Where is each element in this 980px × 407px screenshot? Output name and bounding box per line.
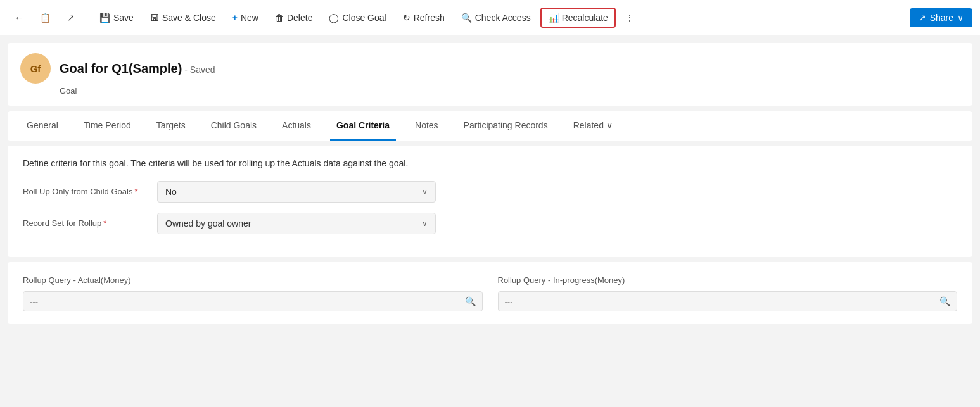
tabs-container: General Time Period Targets Child Goals … [8,111,972,141]
tab-actuals[interactable]: Actuals [276,111,317,141]
popout-button[interactable]: ↗ [60,8,82,27]
related-label: Related [573,120,604,130]
close-goal-button[interactable]: ◯ Close Goal [322,8,393,27]
save-icon: 💾 [99,13,110,23]
record-title: Goal for Q1(Sample) [60,61,182,75]
more-icon: ⋮ [625,13,634,23]
record-saved-status: - Saved [184,65,215,75]
rollup-item-actual: Rollup Query - Actual(Money) --- 🔍 [23,275,483,311]
section-description: Define criteria for this goal. The crite… [23,158,957,168]
record-header: Gf Goal for Q1(Sample) - Saved Goal [8,43,972,106]
rollup-actual-input-wrapper: --- 🔍 [23,291,483,311]
rollup-grid: Rollup Query - Actual(Money) --- 🔍 Rollu… [23,275,957,311]
form-row-rollup: Roll Up Only from Child Goals * No ∨ [23,181,957,203]
tab-participating-records[interactable]: Participating Records [457,111,554,141]
form-section: Define criteria for this goal. The crite… [8,146,972,257]
tab-related[interactable]: Related ∨ [567,111,619,141]
form-row-record-set: Record Set for Rollup * Owned by goal ow… [23,213,957,234]
tab-time-period[interactable]: Time Period [77,111,137,141]
record-title-group: Goal for Q1(Sample) - Saved [60,61,215,76]
rollup-dropdown[interactable]: No ∨ [157,181,436,203]
rollup-item-inprogress: Rollup Query - In-progress(Money) --- 🔍 [498,275,958,311]
tab-targets[interactable]: Targets [150,111,192,141]
document-button[interactable]: 📋 [33,8,58,27]
toolbar: ← 📋 ↗ 💾 Save 🖫 Save & Close + New 🗑 Dele… [0,0,980,35]
delete-icon: 🗑 [275,13,284,23]
rollup-value: No [165,187,177,197]
related-chevron-icon: ∨ [606,120,613,130]
tab-child-goals[interactable]: Child Goals [205,111,263,141]
tab-general[interactable]: General [20,111,65,141]
document-icon: 📋 [40,13,51,23]
avatar: Gf [20,53,51,84]
save-close-icon: 🖫 [150,13,159,23]
recalculate-icon: 📊 [548,13,559,23]
close-goal-icon: ◯ [329,13,339,23]
tab-goal-criteria[interactable]: Goal Criteria [330,111,396,141]
record-set-value: Owned by goal owner [165,218,251,229]
refresh-icon: ↻ [403,13,410,23]
delete-button[interactable]: 🗑 Delete [268,8,319,27]
rollup-required-star: * [134,186,137,197]
more-button[interactable]: ⋮ [618,8,641,27]
new-icon: + [232,13,238,23]
popout-icon: ↗ [67,13,75,23]
rollup-actual-search-icon[interactable]: 🔍 [465,296,476,306]
rollup-section: Rollup Query - Actual(Money) --- 🔍 Rollu… [8,262,972,324]
share-icon: ↗ [919,13,926,23]
main-content: Gf Goal for Q1(Sample) - Saved Goal Gene… [0,35,980,337]
record-set-required-star: * [103,218,106,229]
share-button[interactable]: ↗ Share ∨ [910,8,972,27]
record-set-label-text: Record Set for Rollup [23,218,101,229]
check-access-icon: 🔍 [461,13,472,23]
back-button[interactable]: ← [8,8,30,27]
recalculate-button[interactable]: 📊 Recalculate [540,8,616,28]
refresh-button[interactable]: ↻ Refresh [396,8,452,27]
check-access-button[interactable]: 🔍 Check Access [454,8,538,27]
tab-notes[interactable]: Notes [409,111,445,141]
rollup-inprogress-input-wrapper: --- 🔍 [498,291,958,311]
rollup-label: Roll Up Only from Child Goals * [23,186,150,197]
new-button[interactable]: + New [226,8,265,27]
rollup-inprogress-value: --- [505,297,935,306]
record-type: Goal [60,86,960,96]
save-button[interactable]: 💾 Save [92,8,141,27]
rollup-chevron-icon: ∨ [422,187,428,196]
save-close-button[interactable]: 🖫 Save & Close [143,8,223,27]
record-set-dropdown[interactable]: Owned by goal owner ∨ [157,213,436,234]
record-set-chevron-icon: ∨ [422,219,428,228]
record-title-row: Gf Goal for Q1(Sample) - Saved [20,53,960,84]
record-set-label: Record Set for Rollup * [23,218,150,229]
rollup-inprogress-search-icon[interactable]: 🔍 [939,296,950,306]
share-chevron-icon: ∨ [957,13,964,23]
rollup-actual-label: Rollup Query - Actual(Money) [23,275,483,286]
rollup-label-text: Roll Up Only from Child Goals [23,186,132,197]
back-icon: ← [15,13,23,23]
separator-1 [87,9,87,27]
rollup-inprogress-label: Rollup Query - In-progress(Money) [498,275,958,286]
rollup-actual-value: --- [30,297,460,306]
